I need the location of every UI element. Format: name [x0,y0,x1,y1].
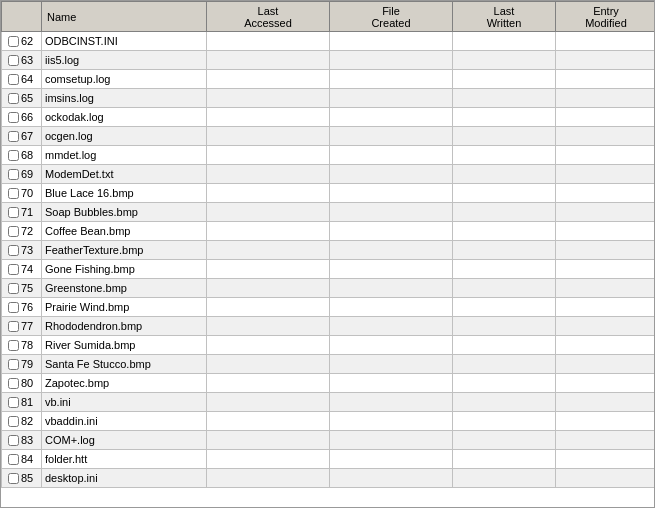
row-last-written [453,355,556,374]
row-last-accessed [207,355,330,374]
row-checkbox-cell: 72 [2,222,42,241]
row-name: ModemDet.txt [42,165,207,184]
col-header-last-accessed[interactable]: LastAccessed [207,2,330,32]
row-last-accessed [207,393,330,412]
row-checkbox[interactable] [8,435,19,446]
row-last-written [453,165,556,184]
row-number: 84 [21,453,33,465]
row-entry-modified [556,317,656,336]
row-name: vb.ini [42,393,207,412]
row-name: COM+.log [42,431,207,450]
table-row: 67ocgen.log [2,127,656,146]
row-checkbox[interactable] [8,207,19,218]
table-row: 84folder.htt [2,450,656,469]
row-last-accessed [207,127,330,146]
table-row: 78River Sumida.bmp [2,336,656,355]
col-header-entry-modified[interactable]: EntryModified [556,2,656,32]
row-checkbox[interactable] [8,188,19,199]
row-last-written [453,393,556,412]
row-checkbox[interactable] [8,302,19,313]
row-file-created [330,431,453,450]
table-row: 69ModemDet.txt [2,165,656,184]
row-checkbox-cell: 64 [2,70,42,89]
row-last-written [453,374,556,393]
col-header-file-created[interactable]: FileCreated [330,2,453,32]
row-checkbox[interactable] [8,226,19,237]
row-last-written [453,260,556,279]
row-entry-modified [556,412,656,431]
table-row: 75Greenstone.bmp [2,279,656,298]
row-last-written [453,184,556,203]
row-checkbox[interactable] [8,264,19,275]
row-number: 83 [21,434,33,446]
row-checkbox[interactable] [8,283,19,294]
row-number: 69 [21,168,33,180]
row-last-accessed [207,32,330,51]
row-last-written [453,317,556,336]
row-checkbox[interactable] [8,36,19,47]
row-file-created [330,450,453,469]
row-checkbox-cell: 69 [2,165,42,184]
col-header-name[interactable]: Name [42,2,207,32]
row-checkbox[interactable] [8,169,19,180]
row-checkbox-cell: 76 [2,298,42,317]
row-checkbox[interactable] [8,454,19,465]
row-last-written [453,298,556,317]
table-row: 68mmdet.log [2,146,656,165]
row-file-created [330,222,453,241]
row-checkbox-cell: 78 [2,336,42,355]
row-checkbox-cell: 81 [2,393,42,412]
file-table: Name LastAccessed FileCreated LastWritte… [1,1,655,488]
row-file-created [330,412,453,431]
row-checkbox-cell: 84 [2,450,42,469]
row-file-created [330,279,453,298]
row-last-written [453,279,556,298]
row-name: Soap Bubbles.bmp [42,203,207,222]
row-checkbox[interactable] [8,74,19,85]
row-checkbox[interactable] [8,359,19,370]
row-checkbox-cell: 71 [2,203,42,222]
row-name: Santa Fe Stucco.bmp [42,355,207,374]
row-file-created [330,108,453,127]
row-name: folder.htt [42,450,207,469]
row-checkbox[interactable] [8,245,19,256]
row-entry-modified [556,279,656,298]
row-checkbox[interactable] [8,150,19,161]
row-file-created [330,127,453,146]
col-header-check [2,2,42,32]
row-file-created [330,184,453,203]
row-checkbox[interactable] [8,55,19,66]
row-checkbox[interactable] [8,131,19,142]
row-name: Rhododendron.bmp [42,317,207,336]
row-checkbox[interactable] [8,473,19,484]
table-row: 71Soap Bubbles.bmp [2,203,656,222]
row-entry-modified [556,32,656,51]
row-number: 85 [21,472,33,484]
row-name: ockodak.log [42,108,207,127]
row-checkbox[interactable] [8,321,19,332]
col-header-last-written[interactable]: LastWritten [453,2,556,32]
row-checkbox[interactable] [8,340,19,351]
row-entry-modified [556,203,656,222]
table-row: 76Prairie Wind.bmp [2,298,656,317]
row-checkbox[interactable] [8,378,19,389]
row-checkbox[interactable] [8,397,19,408]
table-row: 73FeatherTexture.bmp [2,241,656,260]
row-entry-modified [556,336,656,355]
row-file-created [330,32,453,51]
row-last-written [453,469,556,488]
table-row: 62ODBCINST.INI [2,32,656,51]
row-entry-modified [556,89,656,108]
row-name: Prairie Wind.bmp [42,298,207,317]
row-file-created [330,146,453,165]
row-entry-modified [556,165,656,184]
row-checkbox[interactable] [8,93,19,104]
row-entry-modified [556,222,656,241]
row-entry-modified [556,431,656,450]
row-name: Greenstone.bmp [42,279,207,298]
row-number: 70 [21,187,33,199]
row-checkbox-cell: 77 [2,317,42,336]
row-name: imsins.log [42,89,207,108]
row-checkbox[interactable] [8,112,19,123]
row-checkbox[interactable] [8,416,19,427]
